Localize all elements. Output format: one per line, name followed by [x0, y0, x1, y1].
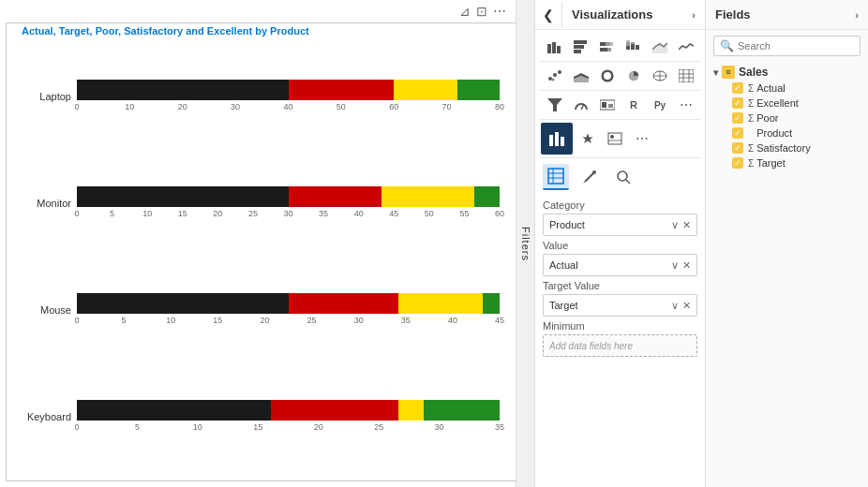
target-field-box[interactable]: Target ∨ ✕: [543, 294, 697, 317]
chart-row-laptop: Laptop 0 10: [16, 80, 500, 113]
tree-item-target[interactable]: ✓ Σ Target: [710, 155, 864, 170]
chart-title-text: Actual, Target, Poor, Satisfactory and E…: [22, 25, 270, 37]
seg-green-laptop: [457, 80, 500, 100]
viz-icon-Py[interactable]: Py: [648, 95, 672, 115]
chart-content: Laptop 0 10: [7, 40, 528, 480]
viz-icons-row1: [539, 33, 701, 62]
axis-mouse: 0 5 10 15 20 25 30 35 40 45: [77, 316, 500, 327]
viz-icon-line[interactable]: [674, 37, 698, 57]
viz-fields-section: Category Product ∨ ✕ Value Actual ∨ ✕ Ta…: [535, 192, 705, 361]
category-dropdown-icon[interactable]: ∨: [671, 219, 679, 231]
svg-point-21: [552, 79, 555, 81]
seg-red-keyboard: [271, 400, 397, 421]
value-dropdown-icon[interactable]: ∨: [671, 259, 679, 272]
tree-item-label-actual: Actual: [756, 82, 786, 94]
search-box[interactable]: 🔍: [713, 36, 861, 56]
fields-expand-arrow[interactable]: ›: [855, 9, 859, 21]
minimum-placeholder: Add data fields here: [549, 341, 633, 351]
category-field-box[interactable]: Product ∨ ✕: [543, 214, 697, 236]
visualizations-expand-arrow[interactable]: ›: [692, 9, 696, 21]
viz-tab-format[interactable]: [576, 164, 603, 190]
search-input[interactable]: [738, 40, 867, 52]
viz-icons-section: R Py ⋯ ⋯: [535, 30, 705, 158]
svg-rect-16: [636, 45, 639, 50]
fields-tree: ▾ ≡ Sales ✓ Σ Actual ✓ Σ Excellent ✓ Σ P…: [706, 62, 868, 487]
tree-group-header[interactable]: ▾ ≡ Sales: [710, 64, 864, 81]
svg-point-18: [548, 77, 552, 81]
viz-icon-bar[interactable]: [543, 37, 567, 57]
filters-sidebar[interactable]: Filters: [516, 0, 534, 487]
category-label: Category: [543, 199, 697, 211]
seg-green-keyboard: [424, 400, 500, 421]
filter-icon[interactable]: ⊿: [459, 4, 471, 19]
tree-item-satisfactory[interactable]: ✓ Σ Satisfactory: [710, 140, 864, 155]
category-clear-icon[interactable]: ✕: [682, 219, 691, 231]
svg-point-51: [618, 171, 627, 181]
tree-check-actual: ✓: [732, 82, 743, 94]
svg-point-24: [603, 71, 613, 81]
search-icon: 🔍: [720, 39, 734, 52]
svg-rect-41: [561, 137, 564, 146]
tree-item-product[interactable]: ✓ Σ Product: [710, 125, 864, 140]
viz-icon-custom1[interactable]: [595, 95, 620, 115]
minimum-field-box[interactable]: Add data fields here: [543, 334, 697, 357]
tree-item-label-target: Target: [756, 157, 786, 169]
viz-icon-scatter[interactable]: [543, 66, 567, 86]
tree-item-excellent[interactable]: ✓ Σ Excellent: [710, 96, 864, 111]
viz-icon-area[interactable]: [648, 37, 672, 57]
svg-rect-42: [608, 133, 621, 144]
viz-icon-table[interactable]: [674, 66, 698, 86]
bar-mouse: [77, 293, 500, 314]
tree-item-poor[interactable]: ✓ Σ Poor: [710, 111, 864, 125]
svg-point-50: [592, 170, 596, 174]
viz-icon-stacked-col[interactable]: [621, 37, 646, 57]
tree-item-label-excellent: Excellent: [756, 97, 799, 109]
viz-icon-funnel[interactable]: [543, 95, 567, 115]
viz-icon-area2[interactable]: [569, 66, 593, 86]
target-dropdown-icon[interactable]: ∨: [671, 300, 679, 312]
chart-title-highlight: Product: [270, 25, 309, 37]
svg-point-43: [610, 135, 614, 139]
viz-icon-column[interactable]: [569, 37, 593, 57]
viz-icon-stacked-bar[interactable]: [595, 37, 620, 57]
bar-wrapper-monitor: 0 5 10 15 20 25 30 35 40 45: [77, 186, 500, 220]
viz-icon-donut[interactable]: [595, 66, 620, 86]
viz-tab-analytics[interactable]: [610, 164, 636, 190]
viz-icon-more-row4[interactable]: ⋯: [630, 128, 654, 149]
svg-rect-5: [574, 50, 581, 53]
viz-icon-more-row3[interactable]: ⋯: [674, 95, 698, 115]
row-label-keyboard: Keyboard: [16, 411, 77, 422]
value-field-box[interactable]: Actual ∨ ✕: [543, 254, 697, 276]
svg-rect-8: [610, 42, 613, 46]
tree-check-satisfactory: ✓: [732, 142, 743, 154]
seg-red-monitor: [289, 186, 382, 207]
more-options-icon[interactable]: ⋯: [493, 4, 506, 19]
viz-icon-R[interactable]: R: [621, 95, 646, 115]
expand-icon[interactable]: ⊡: [476, 4, 487, 19]
seg-yellow-keyboard: [398, 400, 424, 421]
chart-row-mouse: Mouse 0 5: [16, 293, 500, 327]
value-clear-icon[interactable]: ✕: [682, 259, 691, 272]
tree-table-icon: ≡: [722, 66, 735, 79]
tree-check-target: ✓: [732, 157, 743, 169]
viz-icon-map2[interactable]: [576, 128, 600, 149]
viz-icon-custom2[interactable]: [603, 128, 627, 149]
axis-laptop: 0 10 20 30 40 50 60 70 80: [77, 102, 500, 113]
svg-rect-15: [631, 42, 635, 44]
viz-icon-gauge[interactable]: [569, 95, 593, 115]
category-value: Product: [549, 219, 585, 230]
viz-icon-pie[interactable]: [621, 66, 646, 86]
viz-tab-fields[interactable]: [543, 164, 569, 190]
tree-item-label-product: Product: [756, 127, 792, 139]
viz-icon-map[interactable]: [648, 66, 672, 86]
collapse-left-arrow[interactable]: ❮: [535, 2, 562, 28]
tree-item-actual[interactable]: ✓ Σ Actual: [710, 81, 864, 96]
fields-panel: Fields › 🔍 ▾ ≡ Sales ✓ Σ Actual ✓ Σ Exce…: [706, 0, 868, 487]
tree-check-poor: ✓: [732, 112, 743, 124]
viz-icon-kpi[interactable]: [541, 123, 573, 155]
svg-rect-2: [557, 46, 561, 53]
seg-yellow-laptop: [394, 80, 457, 100]
target-clear-icon[interactable]: ✕: [682, 300, 691, 312]
row-label-mouse: Mouse: [16, 304, 77, 316]
bar-keyboard: [77, 400, 500, 421]
